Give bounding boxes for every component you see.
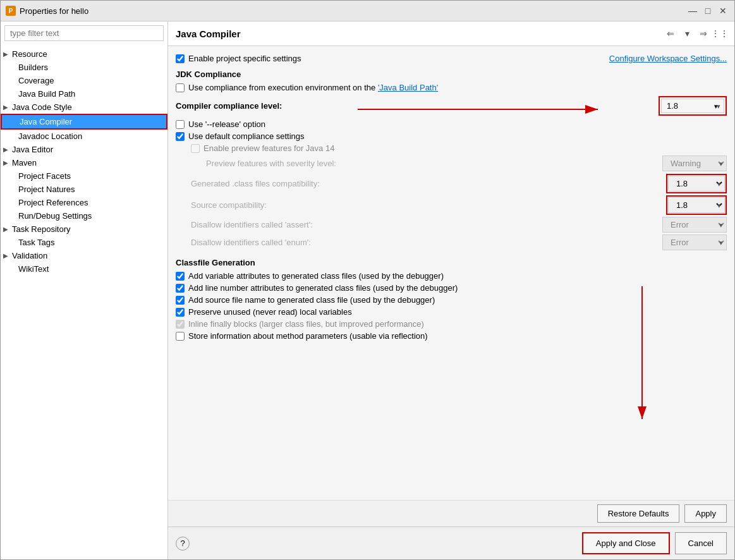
disallow-assert-select-wrapper: Error Warning Ignore	[662, 217, 727, 233]
generated-class-select-wrapper: 1.8	[666, 174, 727, 193]
preview-severity-select[interactable]: Warning Error Ignore	[662, 155, 727, 171]
use-release-row: Use '--release' option	[176, 119, 727, 129]
jdk-compliance-title: JDK Compliance	[176, 70, 727, 79]
compliance-level-select[interactable]: 1.8 11 14	[661, 99, 724, 113]
dialog-buttons: Apply and Close Cancel	[582, 532, 727, 554]
sidebar-item-validation[interactable]: ▶ Validation	[1, 249, 167, 262]
use-default-checkbox[interactable]	[176, 132, 185, 141]
sidebar-item-maven[interactable]: ▶ Maven	[1, 156, 167, 169]
classfile-section: Classfile Generation Add variable attrib…	[176, 258, 727, 341]
java-build-path-link[interactable]: 'Java Build Path'	[378, 83, 438, 92]
more-button[interactable]: ⋮⋮	[713, 27, 727, 40]
cf5-label: Inline finally blocks (larger class file…	[188, 319, 424, 329]
sidebar: ▶ Resource Builders Coverage Java Build …	[1, 21, 168, 559]
enable-specific-label[interactable]: Enable project specific settings	[188, 54, 301, 63]
sidebar-item-builders[interactable]: Builders	[1, 61, 167, 74]
close-button[interactable]: ✕	[717, 4, 729, 17]
preview-severity-row: Preview features with severity level: Wa…	[176, 155, 727, 171]
classfile-option-3: Add source file name to generated class …	[176, 295, 727, 305]
expand-arrow-validation: ▶	[3, 252, 8, 259]
disallow-enum-row: Disallow identifiers called 'enum': Erro…	[176, 234, 727, 250]
use-release-checkbox[interactable]	[176, 120, 185, 129]
cf3-checkbox[interactable]	[176, 296, 185, 305]
classfile-option-2: Add line number attributes to generated …	[176, 283, 727, 293]
main-panel: Java Compiler ⇐ ▾ ⇒ ⋮⋮ Enable project sp…	[168, 21, 734, 559]
disallow-assert-row: Disallow identifiers called 'assert': Er…	[176, 217, 727, 233]
sidebar-item-coverage[interactable]: Coverage	[1, 74, 167, 87]
filter-input[interactable]	[4, 25, 164, 41]
sidebar-item-java-compiler[interactable]: Java Compiler	[1, 114, 167, 130]
restore-apply-bar: Restore Defaults Apply	[168, 500, 734, 527]
cf1-checkbox[interactable]	[176, 272, 185, 281]
preview-severity-label: Preview features with severity level:	[206, 159, 662, 168]
forward-button[interactable]: ⇒	[696, 27, 710, 40]
apply-and-close-button[interactable]: Apply and Close	[582, 532, 670, 554]
help-button[interactable]: ?	[176, 537, 190, 551]
sidebar-item-task-tags[interactable]: Task Tags	[1, 236, 167, 249]
panel-content: Enable project specific settings Configu…	[168, 46, 734, 500]
enable-specific-checkbox[interactable]	[176, 54, 185, 63]
generated-class-select[interactable]: 1.8	[668, 176, 725, 192]
use-compliance-label: Use compliance from execution environmen…	[188, 83, 438, 92]
sidebar-item-wikitext[interactable]: WikiText	[1, 262, 167, 276]
cf5-checkbox[interactable]	[176, 320, 185, 329]
sidebar-item-project-references[interactable]: Project References	[1, 196, 167, 209]
minimize-button[interactable]: —	[686, 4, 699, 17]
window-title: Properties for hello	[20, 6, 683, 16]
expand-arrow-maven: ▶	[3, 159, 8, 166]
restore-defaults-button[interactable]: Restore Defaults	[597, 504, 680, 523]
classfile-option-4: Preserve unused (never read) local varia…	[176, 307, 727, 317]
expand-arrow: ▶	[3, 51, 8, 58]
use-compliance-row: Use compliance from execution environmen…	[176, 83, 727, 92]
jdk-compliance-section: JDK Compliance Use compliance from execu…	[176, 70, 727, 250]
back-arrow-button[interactable]: ▾	[680, 27, 694, 40]
source-compat-select-wrapper: 1.8	[666, 195, 727, 215]
disallow-assert-select[interactable]: Error Warning Ignore	[662, 217, 727, 233]
disallow-enum-select[interactable]: Error Warning Ignore	[662, 234, 727, 250]
source-compat-label: Source compatibility:	[191, 200, 666, 210]
cf4-checkbox[interactable]	[176, 308, 185, 317]
apply-button[interactable]: Apply	[684, 504, 727, 523]
preview-severity-select-wrapper: Warning Error Ignore	[662, 155, 727, 171]
disallow-enum-select-wrapper: Error Warning Ignore	[662, 234, 727, 250]
expand-arrow-task-repo: ▶	[3, 226, 8, 233]
nav-list: ▶ Resource Builders Coverage Java Build …	[1, 45, 167, 559]
classfile-option-5: Inline finally blocks (larger class file…	[176, 319, 727, 329]
cf4-label: Preserve unused (never read) local varia…	[188, 307, 352, 317]
back-button[interactable]: ⇐	[664, 27, 677, 40]
classfile-option-1: Add variable attributes to generated cla…	[176, 271, 727, 281]
sidebar-item-javadoc-location[interactable]: Javadoc Location	[1, 130, 167, 143]
cf2-checkbox[interactable]	[176, 284, 185, 293]
sidebar-item-resource[interactable]: ▶ Resource	[1, 47, 167, 61]
cf1-label: Add variable attributes to generated cla…	[188, 271, 444, 281]
sidebar-item-task-repository[interactable]: ▶ Task Repository	[1, 222, 167, 236]
cancel-button[interactable]: Cancel	[675, 532, 727, 554]
disallow-assert-label: Disallow identifiers called 'assert':	[191, 220, 662, 229]
sidebar-item-java-code-style[interactable]: ▶ Java Code Style	[1, 100, 167, 114]
compliance-level-row: Compiler compliance level: 1.8 11 14 ▾	[176, 96, 727, 116]
expand-arrow-java-editor: ▶	[3, 146, 8, 153]
generated-class-select-container: 1.8	[668, 176, 725, 192]
use-compliance-checkbox[interactable]	[176, 83, 185, 92]
configure-workspace-link[interactable]: Configure Workspace Settings...	[609, 54, 727, 63]
compliance-select-container: 1.8 11 14 ▾	[661, 99, 724, 113]
sidebar-item-run-debug[interactable]: Run/Debug Settings	[1, 209, 167, 222]
cf3-label: Add source file name to generated class …	[188, 295, 435, 305]
source-compat-row: Source compatibility: 1.8	[176, 195, 727, 215]
sidebar-item-project-natures[interactable]: Project Natures	[1, 183, 167, 196]
compliance-level-label: Compiler compliance level:	[176, 101, 659, 111]
sidebar-item-java-editor[interactable]: ▶ Java Editor	[1, 143, 167, 156]
use-release-label: Use '--release' option	[188, 119, 265, 129]
enable-preview-checkbox[interactable]	[191, 144, 200, 153]
sidebar-item-java-build-path[interactable]: Java Build Path	[1, 87, 167, 100]
cf6-checkbox[interactable]	[176, 332, 185, 341]
classfile-option-6: Store information about method parameter…	[176, 331, 727, 341]
maximize-button[interactable]: □	[702, 4, 714, 17]
sidebar-item-project-facets[interactable]: Project Facets	[1, 169, 167, 183]
window-icon: P	[6, 6, 16, 16]
generated-class-row: Generated .class files compatibility: 1.…	[176, 174, 727, 193]
use-default-label: Use default compliance settings	[188, 131, 305, 141]
window-controls: — □ ✕	[686, 4, 729, 17]
cf2-label: Add line number attributes to generated …	[188, 283, 458, 293]
source-compat-select[interactable]: 1.8	[668, 197, 725, 213]
